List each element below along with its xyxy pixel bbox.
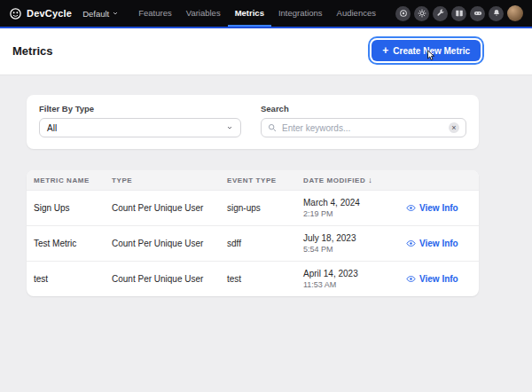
view-info-link[interactable]: View Info [406, 274, 472, 284]
project-selector[interactable]: Default [82, 9, 119, 19]
search-group: Search × [261, 104, 466, 137]
sort-desc-icon: ↓ [368, 176, 372, 184]
eye-icon [406, 239, 416, 248]
metric-type-cell: Count Per Unique User [105, 267, 220, 291]
gamepad-icon [473, 9, 482, 18]
filter-card: Filter By Type All Search × [27, 95, 479, 149]
chevron-down-icon [226, 124, 233, 131]
metrics-table: Metric Name Type Event Type Date Modifie… [27, 170, 479, 296]
table-row: test Count Per Unique User test April 14… [27, 261, 479, 296]
brand-name: DevCycle [27, 8, 72, 19]
event-type-cell: test [220, 267, 296, 291]
clear-search-icon[interactable]: × [449, 122, 459, 133]
column-header-date-modified[interactable]: Date Modified ↓ [296, 170, 399, 190]
view-info-link[interactable]: View Info [406, 239, 472, 248]
table-row: Test Metric Count Per Unique User sdff J… [27, 225, 479, 261]
create-new-metric-button[interactable]: + Create New Metric [372, 40, 481, 61]
target-icon [399, 9, 408, 18]
notifications-button[interactable] [489, 6, 504, 21]
column-header-type[interactable]: Type [105, 171, 220, 190]
column-header-event-type[interactable]: Event Type [220, 171, 296, 190]
column-header-actions [399, 175, 479, 185]
filter-type-label: Filter By Type [39, 104, 241, 114]
navbar-actions [395, 5, 523, 21]
brand-logo-group[interactable]: DevCycle [9, 7, 72, 20]
filter-type-value: All [47, 123, 57, 133]
date-modified-cell: March 4, 2024 2:19 PM [296, 191, 399, 225]
nav-item-variables[interactable]: Variables [179, 0, 228, 27]
settings-button[interactable] [414, 6, 429, 21]
table-row: Sign Ups Count Per Unique User sign-ups … [27, 190, 479, 225]
metric-name-cell: Sign Ups [27, 196, 105, 220]
tools-button[interactable] [433, 6, 448, 21]
search-icon [268, 123, 277, 132]
nav-item-features[interactable]: Features [131, 0, 179, 27]
filter-type-select[interactable]: All [39, 118, 241, 137]
page-content: Filter By Type All Search × Metric Name … [0, 75, 479, 296]
search-input[interactable] [282, 123, 443, 133]
eye-icon [406, 203, 416, 213]
table-body: Sign Ups Count Per Unique User sign-ups … [27, 190, 479, 296]
view-info-link[interactable]: View Info [406, 203, 472, 213]
metric-type-cell: Count Per Unique User [105, 231, 220, 255]
gear-icon [418, 9, 426, 18]
search-label: Search [261, 104, 466, 114]
user-avatar[interactable] [507, 5, 523, 21]
nav-item-audiences[interactable]: Audiences [330, 0, 383, 27]
book-icon [455, 9, 464, 18]
table-header-row: Metric Name Type Event Type Date Modifie… [27, 170, 479, 190]
metric-type-cell: Count Per Unique User [105, 196, 220, 220]
page-title: Metrics [12, 44, 53, 58]
date-modified-cell: April 14, 2023 11:53 AM [296, 262, 399, 296]
docs-button[interactable] [451, 6, 466, 21]
chevron-down-icon [112, 10, 119, 17]
community-button[interactable] [470, 6, 485, 21]
metric-name-cell: Test Metric [27, 231, 105, 255]
bell-icon [492, 9, 501, 18]
event-type-cell: sign-ups [220, 196, 296, 220]
event-type-cell: sdff [220, 231, 296, 255]
nav-item-metrics[interactable]: Metrics [228, 0, 271, 27]
column-header-metric-name[interactable]: Metric Name [27, 171, 105, 190]
create-new-metric-label: Create New Metric [393, 46, 470, 56]
plus-icon: + [382, 45, 388, 56]
wrench-icon [436, 9, 445, 18]
main-nav: Features Variables Metrics Integrations … [131, 0, 383, 27]
page-header: Metrics + Create New Metric [0, 28, 532, 75]
devcycle-logo-icon [9, 7, 22, 20]
project-selector-label: Default [82, 9, 109, 19]
top-navbar: DevCycle Default Features Variables Metr… [0, 0, 532, 27]
date-modified-cell: July 18, 2023 5:54 PM [296, 226, 399, 261]
search-box: × [261, 118, 466, 137]
metric-name-cell: test [27, 267, 105, 291]
eye-icon [406, 274, 416, 284]
target-button[interactable] [395, 6, 411, 21]
filter-type-group: Filter By Type All [39, 104, 241, 137]
nav-item-integrations[interactable]: Integrations [271, 0, 330, 27]
